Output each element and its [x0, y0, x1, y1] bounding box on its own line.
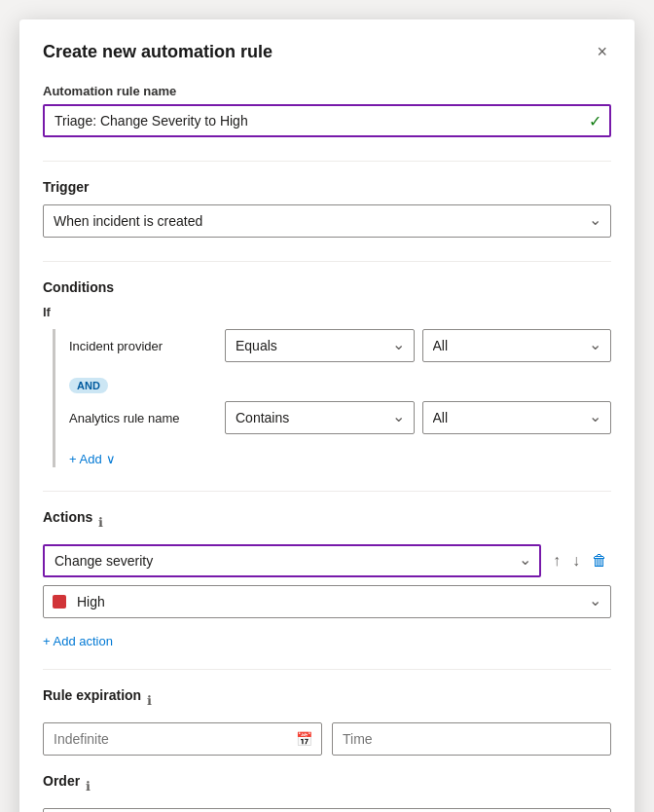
divider-3 — [43, 491, 611, 492]
condition-selects-1: Equals Does not equal All Microsoft — [225, 329, 611, 362]
condition-row-2: Analytics rule name Contains Does not co… — [69, 401, 611, 434]
down-arrow-icon: ↓ — [572, 552, 580, 569]
severity-row: High Medium Low Informational — [43, 585, 611, 618]
action-select-wrapper: Change severity Change status Assign own… — [43, 544, 541, 577]
expiration-fields-row: 📅 — [43, 722, 611, 756]
add-action-button[interactable]: + Add action — [43, 634, 113, 648]
actions-section: Actions ℹ Change severity Change status … — [43, 509, 611, 649]
order-input[interactable] — [43, 808, 611, 812]
actions-label-row: Actions ℹ — [43, 509, 611, 535]
trigger-select-wrapper: When incident is created When incident i… — [43, 204, 611, 238]
action-select-row: Change severity Change status Assign own… — [43, 544, 611, 577]
value-select-wrapper-2: All — [422, 401, 612, 434]
operator-select-1[interactable]: Equals Does not equal — [225, 329, 415, 362]
rule-name-input-wrap: ✓ — [43, 104, 611, 137]
close-button[interactable]: × — [593, 39, 611, 64]
expiration-date-input[interactable] — [43, 722, 322, 756]
trigger-label: Trigger — [43, 179, 611, 195]
expiration-time-input[interactable] — [332, 722, 611, 756]
order-label: Order — [43, 773, 80, 789]
divider-2 — [43, 261, 611, 262]
expiration-label-row: Rule expiration ℹ — [43, 687, 611, 713]
rule-name-input[interactable] — [43, 104, 611, 137]
dialog-title: Create new automation rule — [43, 42, 272, 62]
create-automation-dialog: Create new automation rule × Automation … — [19, 19, 635, 812]
move-up-button[interactable]: ↑ — [549, 550, 564, 572]
value-select-wrapper-1: All Microsoft — [422, 329, 612, 362]
severity-select[interactable]: High Medium Low Informational — [43, 585, 611, 618]
conditions-section: Conditions If Incident provider Equals D… — [43, 279, 611, 467]
condition-name-1: Incident provider — [69, 339, 215, 353]
rule-name-section: Automation rule name ✓ — [43, 84, 611, 137]
condition-row-1: Incident provider Equals Does not equal … — [69, 329, 611, 362]
conditions-label: Conditions — [43, 279, 611, 295]
actions-label: Actions — [43, 509, 92, 525]
operator-select-2[interactable]: Contains Does not contain — [225, 401, 415, 434]
actions-info-icon: ℹ — [98, 515, 103, 530]
trigger-section: Trigger When incident is created When in… — [43, 179, 611, 238]
dialog-header: Create new automation rule × — [43, 39, 611, 64]
value-select-2[interactable]: All — [422, 401, 612, 434]
expiration-date-wrap: 📅 — [43, 722, 322, 756]
expiration-label: Rule expiration — [43, 687, 141, 703]
delete-action-button[interactable]: 🗑 — [588, 550, 611, 572]
if-label: If — [43, 305, 611, 319]
checkmark-icon: ✓ — [589, 112, 601, 130]
rule-expiration-section: Rule expiration ℹ 📅 — [43, 687, 611, 756]
severity-select-wrapper: High Medium Low Informational — [43, 585, 611, 618]
conditions-block: Incident provider Equals Does not equal … — [53, 329, 611, 467]
divider-1 — [43, 161, 611, 162]
up-arrow-icon: ↑ — [553, 552, 561, 569]
action-select[interactable]: Change severity Change status Assign own… — [43, 544, 541, 577]
trigger-select[interactable]: When incident is created When incident i… — [43, 204, 611, 238]
rule-name-label: Automation rule name — [43, 84, 611, 98]
trash-icon: 🗑 — [592, 552, 607, 569]
order-info-icon: ℹ — [86, 779, 91, 794]
operator-select-wrapper-2: Contains Does not contain — [225, 401, 415, 434]
order-section: Order ℹ — [43, 773, 611, 812]
add-condition-label: + Add — [69, 452, 102, 466]
condition-selects-2: Contains Does not contain All — [225, 401, 611, 434]
add-condition-button[interactable]: + Add ∨ — [69, 452, 116, 466]
expiration-time-wrap — [332, 722, 611, 756]
value-select-1[interactable]: All Microsoft — [422, 329, 612, 362]
move-down-button[interactable]: ↓ — [568, 550, 584, 572]
divider-4 — [43, 669, 611, 670]
expiration-info-icon: ℹ — [147, 693, 152, 708]
operator-select-wrapper-1: Equals Does not equal — [225, 329, 415, 362]
and-badge: AND — [69, 372, 611, 401]
chevron-down-icon: ∨ — [106, 452, 116, 466]
condition-name-2: Analytics rule name — [69, 411, 215, 425]
action-icons: ↑ ↓ 🗑 — [549, 550, 611, 572]
order-label-row: Order ℹ — [43, 773, 611, 798]
add-action-label: + Add action — [43, 634, 113, 648]
